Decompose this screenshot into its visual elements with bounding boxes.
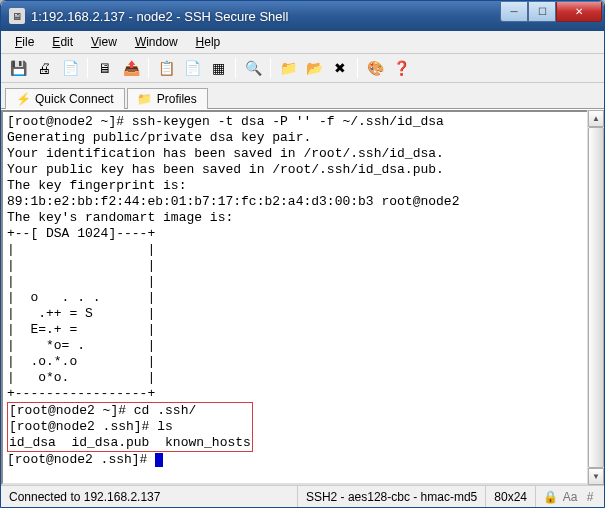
profiles-tab[interactable]: 📁 Profiles	[127, 88, 208, 109]
toolbar: 💾 🖨 📄 🖥 📤 📋 📄 ▦ 🔍 📁 📂 ✖ 🎨 ❓	[1, 54, 604, 83]
separator	[235, 58, 236, 78]
folder2-icon[interactable]: 📂	[303, 57, 325, 79]
maximize-button[interactable]: ☐	[528, 2, 556, 22]
terminal[interactable]: [root@node2 ~]# ssh-keygen -t dsa -P '' …	[1, 110, 587, 485]
separator	[87, 58, 88, 78]
shell-icon[interactable]: 🖥	[94, 57, 116, 79]
grid-icon[interactable]: ▦	[207, 57, 229, 79]
vertical-scrollbar[interactable]: ▲ ▼	[587, 110, 604, 485]
minimize-button[interactable]: ─	[500, 2, 528, 22]
status-connection: Connected to 192.168.2.137	[1, 486, 298, 507]
terminal-prompt: [root@node2 .ssh]#	[7, 452, 155, 467]
menu-help[interactable]: Help	[188, 33, 229, 51]
menu-window[interactable]: Window	[127, 33, 186, 51]
session-tabs: ⚡ Quick Connect 📁 Profiles	[1, 83, 604, 109]
quick-connect-tab[interactable]: ⚡ Quick Connect	[5, 88, 125, 109]
highlighted-block: [root@node2 ~]# cd .ssh/ [root@node2 .ss…	[7, 402, 253, 452]
statusbar: Connected to 192.168.2.137 SSH2 - aes128…	[1, 485, 604, 507]
menu-view[interactable]: View	[83, 33, 125, 51]
status-caps-icon: Aa	[562, 489, 578, 505]
window-title: 1:192.168.2.137 - node2 - SSH Secure She…	[31, 9, 500, 24]
find-icon[interactable]: 🔍	[242, 57, 264, 79]
scroll-thumb[interactable]	[588, 127, 604, 468]
separator	[357, 58, 358, 78]
status-cipher: SSH2 - aes128-cbc - hmac-md5	[298, 486, 486, 507]
menu-file[interactable]: File	[7, 33, 42, 51]
status-num-icon: #	[582, 489, 598, 505]
colors-icon[interactable]: 🎨	[364, 57, 386, 79]
paste-icon[interactable]: 📄	[181, 57, 203, 79]
profiles-label: Profiles	[157, 92, 197, 106]
disconnect-icon[interactable]: ✖	[329, 57, 351, 79]
scroll-up-button[interactable]: ▲	[588, 110, 604, 127]
copy-icon[interactable]: 📋	[155, 57, 177, 79]
cursor	[155, 453, 163, 467]
separator	[270, 58, 271, 78]
quick-connect-icon: ⚡	[16, 92, 30, 106]
help-icon[interactable]: ❓	[390, 57, 412, 79]
separator	[148, 58, 149, 78]
printview-icon[interactable]: 📄	[59, 57, 81, 79]
app-icon: 🖥	[9, 8, 25, 24]
menubar: File Edit View Window Help	[1, 31, 604, 54]
transfer-icon[interactable]: 📤	[120, 57, 142, 79]
close-button[interactable]: ✕	[556, 2, 602, 22]
menu-edit[interactable]: Edit	[44, 33, 81, 51]
print-icon[interactable]: 🖨	[33, 57, 55, 79]
terminal-area: [root@node2 ~]# ssh-keygen -t dsa -P '' …	[1, 109, 604, 485]
scroll-down-button[interactable]: ▼	[588, 468, 604, 485]
status-lock-icon: 🔒	[542, 489, 558, 505]
terminal-output-top: [root@node2 ~]# ssh-keygen -t dsa -P '' …	[7, 114, 459, 401]
quick-connect-label: Quick Connect	[35, 92, 114, 106]
folder1-icon[interactable]: 📁	[277, 57, 299, 79]
status-icons: 🔒 Aa #	[536, 489, 604, 505]
profiles-icon: 📁	[138, 92, 152, 106]
save-icon[interactable]: 💾	[7, 57, 29, 79]
app-window: 🖥 1:192.168.2.137 - node2 - SSH Secure S…	[0, 0, 605, 508]
scroll-track[interactable]	[588, 127, 604, 468]
titlebar[interactable]: 🖥 1:192.168.2.137 - node2 - SSH Secure S…	[1, 1, 604, 31]
status-size: 80x24	[486, 486, 536, 507]
